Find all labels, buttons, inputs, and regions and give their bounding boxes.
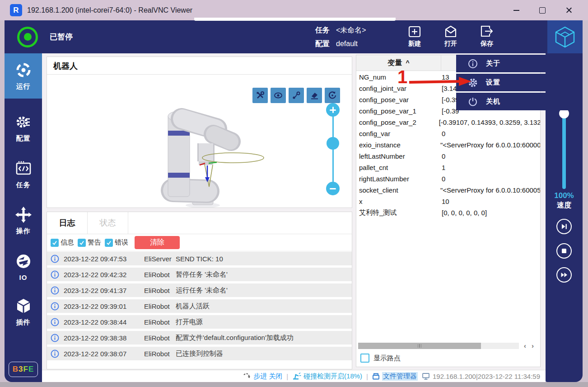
version-badge: B3FE — [9, 362, 38, 377]
variable-value: [0, 0, 0, 0, 0, 0] — [442, 209, 487, 217]
speed-label: 速度 — [546, 201, 583, 210]
step-mode-toggle[interactable]: 步进 关闭 — [243, 372, 282, 381]
collision-detect-toggle[interactable]: 碰撞检测开启(18%) — [292, 372, 362, 381]
menu-item-shutdown[interactable]: 关机 — [456, 93, 583, 110]
variable-name: config_pose_var — [359, 96, 442, 104]
tab-status[interactable]: 状态 — [88, 212, 128, 234]
filter-warning-checkbox[interactable]: 警告 — [78, 238, 101, 247]
filter-error-checkbox[interactable]: 错误 — [105, 238, 128, 247]
visibility-button[interactable] — [271, 88, 286, 103]
sidebar-item-io[interactable]: IO — [5, 244, 42, 289]
io-icon — [14, 252, 33, 270]
maximize-button[interactable] — [529, 0, 555, 20]
log-message: 打开电源 — [176, 318, 203, 326]
task-label: 任务 — [315, 24, 330, 36]
realvnc-window: R 192.168.1.200 (intel-corei7-64:0) - Re… — [0, 0, 588, 387]
menu-item-settings[interactable]: 设置 — [456, 74, 583, 91]
variables-column-header[interactable]: 变量 ^ — [356, 55, 441, 71]
log-entry: 2023-12-22 09:42:32 EliRobot 暂停任务 '未命名' — [47, 268, 352, 281]
step-icon — [243, 373, 251, 380]
sidebar-item-run-label: 运行 — [16, 82, 31, 91]
collision-detect-label: 碰撞检测开启(18%) — [303, 372, 362, 381]
sidebar-item-plugin-label: 插件 — [16, 318, 31, 327]
step-run-button[interactable] — [556, 219, 572, 234]
save-task-label: 保存 — [481, 40, 493, 48]
fast-forward-button[interactable] — [556, 267, 572, 283]
log-entry: 2023-12-22 09:41:37 EliRobot 运行任务 '未命名' — [47, 283, 352, 297]
close-button[interactable] — [555, 0, 582, 20]
horizontal-scrollbar[interactable] — [358, 343, 519, 349]
variable-name: pallet_cnt — [359, 164, 442, 171]
checkbox-checked-icon — [78, 239, 86, 247]
open-task-button[interactable]: 打开 — [437, 23, 464, 51]
speed-slider-track[interactable] — [562, 114, 566, 189]
filter-info-checkbox[interactable]: 信息 — [51, 238, 74, 247]
variable-row: config_pose_var_2[-0.39107, 0.14393, 0.3… — [356, 117, 541, 128]
variables-header-label: 变量 — [387, 58, 402, 68]
log-message: 运行任务 '未命名' — [176, 286, 228, 295]
zoom-slider-thumb[interactable] — [327, 137, 339, 150]
clear-log-button[interactable]: 清除 — [135, 236, 180, 249]
sidebar-item-run[interactable]: 运行 — [5, 53, 42, 99]
eye-icon — [274, 91, 283, 100]
variable-name: exio_instance — [359, 141, 440, 149]
system-menu-button[interactable] — [547, 20, 583, 53]
log-tabs: 日志 状态 — [47, 212, 352, 234]
play-step-icon — [560, 222, 568, 231]
log-time: 2023-12-22 09:38:07 — [64, 350, 144, 358]
log-source: EliRobot — [144, 271, 175, 278]
tools-button[interactable] — [252, 88, 268, 103]
step-mode-label: 步进 关闭 — [253, 372, 282, 381]
zoom-out-button[interactable] — [326, 182, 340, 195]
sidebar-item-plugin[interactable]: 插件 — [5, 289, 42, 335]
checkbox-unchecked-icon — [360, 354, 369, 363]
close-icon — [565, 7, 572, 14]
save-task-button[interactable]: 保存 — [473, 23, 500, 51]
open-icon — [443, 24, 458, 39]
tab-log[interactable]: 日志 — [47, 212, 88, 234]
grip-icon — [418, 344, 419, 348]
gear-icon — [468, 78, 478, 88]
scroll-left-button[interactable]: ‹ — [522, 342, 528, 349]
info-icon — [51, 334, 59, 342]
zoom-in-button[interactable] — [326, 103, 340, 117]
move-arrows-icon — [14, 206, 33, 224]
log-entry: 2023-12-22 09:38:44 EliRobot 打开电源 — [47, 315, 352, 329]
file-manager-button[interactable]: 文件管理器 — [372, 372, 418, 381]
grip-icon — [419, 344, 420, 348]
path-button[interactable] — [289, 88, 304, 103]
robot-status-label: 已暂停 — [50, 32, 73, 42]
minimize-button[interactable] — [503, 0, 529, 20]
file-manager-label: 文件管理器 — [382, 372, 418, 381]
sidebar-item-config[interactable]: 配置 — [5, 105, 42, 151]
sort-caret-icon: ^ — [406, 59, 409, 66]
sidebar-item-jog[interactable]: 操作 — [5, 198, 42, 243]
minimize-icon — [513, 10, 519, 11]
maximize-icon — [539, 7, 546, 14]
task-code-icon — [14, 160, 33, 178]
show-waypoints-checkbox[interactable]: 显示路点 — [360, 354, 401, 363]
badge-letter: 3 — [19, 365, 23, 374]
stop-button[interactable] — [556, 243, 572, 259]
menu-item-about[interactable]: 关于 — [456, 55, 583, 72]
tools-icon — [256, 91, 265, 100]
variable-name: 艾利特_测试 — [359, 208, 442, 217]
variable-row: x10 — [356, 196, 541, 207]
new-task-button[interactable]: 新建 — [401, 23, 428, 51]
scrollbar-thumb[interactable] — [358, 343, 481, 349]
config-value: default — [336, 38, 358, 50]
plugin-cube-icon — [14, 297, 33, 315]
log-message: SEND TICK: 10 — [176, 255, 223, 263]
vnc-toolbar-handle[interactable] — [194, 18, 396, 21]
eraser-button[interactable] — [307, 88, 322, 103]
save-icon — [480, 24, 494, 39]
variable-value: 0 — [442, 175, 445, 183]
variable-name: NG_num — [359, 73, 442, 81]
scroll-right-button[interactable]: › — [529, 342, 536, 349]
log-entry: 2023-12-22 09:38:38 EliRobot 配置文件'defaul… — [47, 331, 352, 345]
reset-view-button[interactable] — [325, 88, 340, 103]
connection-info: 192.168.1.200|2023-12-22 11:34:59 — [422, 373, 540, 380]
variable-row: rightLastNumber0 — [356, 173, 541, 184]
sidebar-item-task[interactable]: 任务 — [5, 152, 42, 197]
log-time: 2023-12-22 09:38:44 — [64, 318, 144, 326]
